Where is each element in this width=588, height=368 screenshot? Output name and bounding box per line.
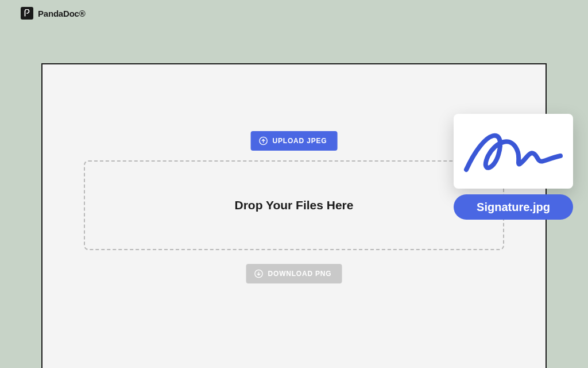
upload-button-label: UPLOAD JPEG — [273, 137, 327, 145]
upload-icon — [259, 136, 268, 145]
signature-scribble-icon — [463, 122, 564, 180]
brand-logo: PandaDoc® — [21, 7, 86, 20]
signature-filename: Signature.jpg — [477, 201, 550, 214]
signature-preview-card[interactable] — [454, 114, 573, 189]
download-button-label: DOWNLOAD PNG — [268, 270, 332, 278]
file-dropzone[interactable]: Drop Your Files Here — [84, 160, 504, 250]
upload-jpeg-button[interactable]: UPLOAD JPEG — [251, 131, 338, 151]
brand-logo-mark — [21, 7, 33, 20]
dropzone-text: Drop Your Files Here — [235, 198, 354, 212]
signature-filename-pill: Signature.jpg — [454, 194, 573, 220]
brand-logo-text: PandaDoc® — [38, 9, 86, 18]
download-png-button: DOWNLOAD PNG — [246, 264, 342, 283]
download-icon — [254, 269, 264, 278]
